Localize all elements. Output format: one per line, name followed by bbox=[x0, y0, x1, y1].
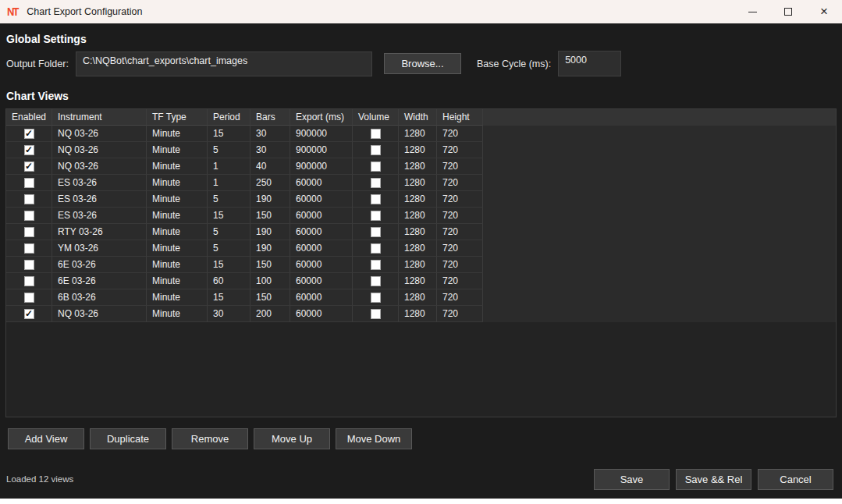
export-ms-cell[interactable]: 60000 bbox=[290, 257, 353, 273]
browse-button[interactable]: Browse... bbox=[384, 53, 461, 74]
bars-cell[interactable]: 40 bbox=[250, 158, 290, 175]
tf-type-cell[interactable]: Minute bbox=[147, 126, 208, 142]
volume-checkbox[interactable] bbox=[371, 194, 381, 204]
enabled-checkbox[interactable] bbox=[24, 211, 34, 221]
export-ms-cell[interactable]: 60000 bbox=[290, 208, 353, 224]
period-cell[interactable]: 5 bbox=[208, 191, 250, 208]
height-cell[interactable]: 720 bbox=[437, 191, 483, 208]
width-cell[interactable]: 1280 bbox=[399, 126, 437, 142]
tf-type-cell[interactable]: Minute bbox=[147, 257, 208, 273]
bars-cell[interactable]: 190 bbox=[250, 224, 290, 240]
save-button[interactable]: Save bbox=[594, 469, 670, 490]
height-cell[interactable]: 720 bbox=[437, 257, 483, 273]
volume-checkbox[interactable] bbox=[371, 309, 381, 319]
bars-cell[interactable]: 30 bbox=[250, 126, 290, 142]
enabled-checkbox[interactable] bbox=[24, 243, 34, 254]
volume-checkbox[interactable] bbox=[371, 243, 381, 254]
remove-button[interactable]: Remove bbox=[172, 428, 248, 449]
period-cell[interactable]: 30 bbox=[208, 306, 250, 322]
col-header-export-ms[interactable]: Export (ms) bbox=[290, 109, 353, 126]
width-cell[interactable]: 1280 bbox=[399, 208, 437, 224]
tf-type-cell[interactable]: Minute bbox=[147, 191, 208, 208]
width-cell[interactable]: 1280 bbox=[399, 289, 437, 306]
bars-cell[interactable]: 150 bbox=[250, 208, 290, 224]
tf-type-cell[interactable]: Minute bbox=[147, 273, 208, 289]
enabled-checkbox[interactable]: ✓ bbox=[24, 145, 34, 155]
base-cycle-input[interactable]: 5000 bbox=[558, 51, 621, 76]
period-cell[interactable]: 5 bbox=[208, 142, 250, 158]
volume-checkbox[interactable] bbox=[371, 129, 381, 139]
table-row[interactable]: ✓ NQ 03-26 Minute 5 30 900000 1280 720 bbox=[6, 142, 836, 158]
tf-type-cell[interactable]: Minute bbox=[147, 240, 208, 257]
tf-type-cell[interactable]: Minute bbox=[147, 208, 208, 224]
export-ms-cell[interactable]: 60000 bbox=[290, 289, 353, 306]
export-ms-cell[interactable]: 60000 bbox=[290, 240, 353, 257]
close-button[interactable]: × bbox=[806, 0, 842, 23]
export-ms-cell[interactable]: 900000 bbox=[290, 142, 353, 158]
col-header-width[interactable]: Width bbox=[399, 109, 437, 126]
height-cell[interactable]: 720 bbox=[437, 289, 483, 306]
tf-type-cell[interactable]: Minute bbox=[147, 289, 208, 306]
col-header-height[interactable]: Height bbox=[437, 109, 483, 126]
bars-cell[interactable]: 150 bbox=[250, 289, 290, 306]
col-header-instrument[interactable]: Instrument bbox=[52, 109, 147, 126]
tf-type-cell[interactable]: Minute bbox=[147, 142, 208, 158]
volume-checkbox[interactable] bbox=[371, 145, 381, 155]
height-cell[interactable]: 720 bbox=[437, 224, 483, 240]
width-cell[interactable]: 1280 bbox=[399, 306, 437, 322]
period-cell[interactable]: 1 bbox=[208, 175, 250, 191]
add-view-button[interactable]: Add View bbox=[8, 428, 84, 449]
export-ms-cell[interactable]: 60000 bbox=[290, 191, 353, 208]
table-row[interactable]: 6B 03-26 Minute 15 150 60000 1280 720 bbox=[6, 289, 836, 306]
move-up-button[interactable]: Move Up bbox=[254, 428, 330, 449]
width-cell[interactable]: 1280 bbox=[399, 273, 437, 289]
tf-type-cell[interactable]: Minute bbox=[147, 306, 208, 322]
bars-cell[interactable]: 190 bbox=[250, 240, 290, 257]
instrument-cell[interactable]: 6E 03-26 bbox=[52, 273, 147, 289]
move-down-button[interactable]: Move Down bbox=[336, 428, 412, 449]
output-folder-input[interactable]: C:\NQBot\chart_exports\chart_images bbox=[76, 51, 372, 76]
bars-cell[interactable]: 150 bbox=[250, 257, 290, 273]
tf-type-cell[interactable]: Minute bbox=[147, 158, 208, 175]
export-ms-cell[interactable]: 60000 bbox=[290, 175, 353, 191]
enabled-checkbox[interactable]: ✓ bbox=[24, 129, 34, 139]
volume-checkbox[interactable] bbox=[371, 293, 381, 303]
height-cell[interactable]: 720 bbox=[437, 142, 483, 158]
export-ms-cell[interactable]: 60000 bbox=[290, 224, 353, 240]
export-ms-cell[interactable]: 60000 bbox=[290, 273, 353, 289]
enabled-checkbox[interactable] bbox=[24, 293, 34, 303]
instrument-cell[interactable]: ES 03-26 bbox=[52, 175, 147, 191]
instrument-cell[interactable]: ES 03-26 bbox=[52, 191, 147, 208]
volume-checkbox[interactable] bbox=[371, 276, 381, 286]
width-cell[interactable]: 1280 bbox=[399, 142, 437, 158]
table-row[interactable]: 6E 03-26 Minute 60 100 60000 1280 720 bbox=[6, 273, 836, 289]
tf-type-cell[interactable]: Minute bbox=[147, 224, 208, 240]
table-row[interactable]: ES 03-26 Minute 15 150 60000 1280 720 bbox=[6, 208, 836, 224]
height-cell[interactable]: 720 bbox=[437, 208, 483, 224]
enabled-checkbox[interactable] bbox=[24, 227, 34, 237]
table-row[interactable]: ES 03-26 Minute 5 190 60000 1280 720 bbox=[6, 191, 836, 208]
period-cell[interactable]: 5 bbox=[208, 224, 250, 240]
period-cell[interactable]: 15 bbox=[208, 208, 250, 224]
volume-checkbox[interactable] bbox=[371, 211, 381, 221]
period-cell[interactable]: 15 bbox=[208, 257, 250, 273]
bars-cell[interactable]: 200 bbox=[250, 306, 290, 322]
tf-type-cell[interactable]: Minute bbox=[147, 175, 208, 191]
table-row[interactable]: ✓ NQ 03-26 Minute 30 200 60000 1280 720 bbox=[6, 306, 836, 322]
col-header-enabled[interactable]: Enabled bbox=[6, 109, 52, 126]
minimize-button[interactable] bbox=[734, 0, 770, 23]
period-cell[interactable]: 1 bbox=[208, 158, 250, 175]
volume-checkbox[interactable] bbox=[371, 227, 381, 237]
duplicate-button[interactable]: Duplicate bbox=[90, 428, 166, 449]
height-cell[interactable]: 720 bbox=[437, 126, 483, 142]
enabled-checkbox[interactable] bbox=[24, 178, 34, 188]
bars-cell[interactable]: 250 bbox=[250, 175, 290, 191]
volume-checkbox[interactable] bbox=[371, 260, 381, 270]
instrument-cell[interactable]: RTY 03-26 bbox=[52, 224, 147, 240]
instrument-cell[interactable]: 6E 03-26 bbox=[52, 257, 147, 273]
width-cell[interactable]: 1280 bbox=[399, 158, 437, 175]
height-cell[interactable]: 720 bbox=[437, 273, 483, 289]
col-header-bars[interactable]: Bars bbox=[250, 109, 290, 126]
col-header-period[interactable]: Period bbox=[208, 109, 250, 126]
table-row[interactable]: ES 03-26 Minute 1 250 60000 1280 720 bbox=[6, 175, 836, 191]
